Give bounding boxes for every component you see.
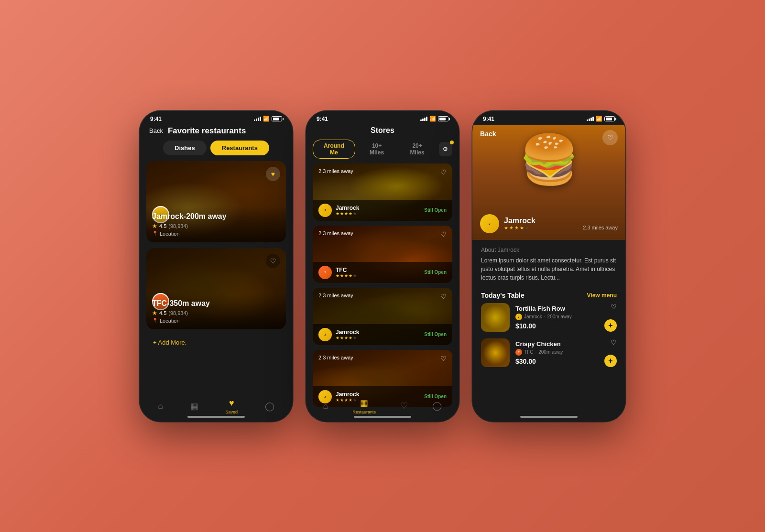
restaurant-card-jamrock[interactable]: ♥ J Jamrock-200m away ★ 4.5 (98,934) 📍 [146,161,286,242]
menu-item-tortilla[interactable]: ♡ Tortilla Fish Row J Jamrock · 200m awa… [481,303,617,332]
tortilla-price: $10.00 [515,322,617,330]
back-button-3[interactable]: Back [480,130,496,138]
add-chicken-button[interactable]: + [604,355,617,367]
page-title-1: Favorite restaurants [168,126,246,136]
wifi-icon-1: 📶 [263,116,270,122]
nav-restaurants-2[interactable]: ▦ Restaurants [353,398,376,414]
jamrock-review-count: (98,934) [168,223,188,229]
status-bar-3: 9:41 📶 [472,111,625,124]
back-button-1[interactable]: Back [149,127,163,134]
tab-dishes[interactable]: Dishes [163,141,207,155]
notch-1 [187,111,245,124]
add-tortilla-button[interactable]: + [604,319,617,332]
tfc-heart-icon[interactable]: ♡ [266,254,280,268]
restaurant-list[interactable]: ♥ J Jamrock-200m away ★ 4.5 (98,934) 📍 [140,161,293,422]
store1-heart-icon[interactable]: ♡ [440,168,447,176]
jamrock-rating-row: ★ 4.5 (98,934) [152,223,280,229]
store1-distance: 2.3 miles away [318,168,353,174]
store-list[interactable]: 2.3 miles away ♡ J Jamrock ★ ★ ★ [306,163,459,422]
nav-saved-1[interactable]: ♥ Saved [225,398,238,414]
filter-settings-button[interactable]: ⚙ [439,142,452,156]
nav-home-2[interactable]: ⌂ [323,401,328,411]
bottom-nav-2: ⌂ ▦ Restaurants ♡ ◯ [306,398,459,414]
restaurant-favorite-button[interactable]: ♡ [602,130,618,145]
time-2: 9:41 [317,116,328,122]
home-icon-2: ⌂ [323,401,328,411]
tortilla-heart-icon[interactable]: ♡ [611,303,617,311]
store3-name: Jamrock [336,329,359,336]
phones-container: 9:41 📶 Back Favorite restaurants [140,111,625,422]
about-text: Lorem ipsum dolor sit amet consectetur. … [481,256,617,282]
tfc-location-text: Location [160,318,180,324]
phone2-content: Stores Around Me 10+ Miles 20+ Miles ⚙ 2… [306,124,459,422]
bottom-nav-1: ⌂ ▦ ♥ Saved ◯ [140,398,293,414]
battery-icon-2 [438,116,448,121]
nav-home-1[interactable]: ⌂ [158,401,163,411]
star-icon: ★ [152,223,157,229]
nav-grid-1[interactable]: ▦ [190,401,198,412]
tfc-location: 📍 Location [152,318,280,324]
about-section: About Jamrock Lorem ipsum dolor sit amet… [472,240,625,287]
filter-20miles[interactable]: 20+ Miles [398,140,436,158]
store-card-3[interactable]: 2.3 miles away ♡ J Jamrock ★ ★ ★ [313,288,452,345]
phone-1-favorites: 9:41 📶 Back Favorite restaurants [140,111,293,422]
store1-logo: J [318,204,332,217]
jamrock-heart-icon[interactable]: ♥ [266,167,280,181]
chicken-restaurant: TFC [524,349,533,355]
chicken-sub: T TFC · 200m away [515,349,617,356]
menu-item-chicken[interactable]: ♡ Crispy Chicken T TFC · 200m away $30.0… [481,338,617,367]
store-card-2[interactable]: 2.3 miles away ♡ T TFC ★ ★ ★ ★ [313,226,452,283]
tfc-rating-row: ★ 4.5 (98,934) [152,310,280,316]
store3-status: Still Open [424,332,447,337]
jamrock-location-text: Location [160,231,180,237]
store-card-1[interactable]: 2.3 miles away ♡ J Jamrock ★ ★ ★ [313,163,452,221]
filter-around-me[interactable]: Around Me [313,140,355,159]
nav-profile-2[interactable]: ◯ [432,401,442,411]
store2-heart-icon[interactable]: ♡ [440,230,447,238]
store4-heart-icon[interactable]: ♡ [440,355,447,362]
restaurant-hero: Back ♡ J Jamrock ★ ★ ★ ★ ★ [472,125,625,240]
filter-10miles[interactable]: 10+ Miles [358,140,395,158]
home-indicator-3 [520,416,578,418]
restaurant-detail-logo: J [480,214,499,233]
restaurant-card-tfc[interactable]: ♡ T TFC-350m away ★ 4.5 (98,934) 📍 [146,248,286,329]
store3-heart-icon[interactable]: ♡ [440,293,447,300]
jamrock-location: 📍 Location [152,231,280,237]
filter-notification-dot [450,141,454,144]
stores-page-title: Stores [306,124,459,140]
battery-icon-3 [604,116,615,121]
detail-star-2: ★ [509,225,514,230]
nav-profile-1[interactable]: ◯ [265,401,274,412]
notch-2 [354,111,411,124]
location-pin-icon-tfc: 📍 [152,318,158,323]
wifi-icon-3: 📶 [596,116,602,122]
tortilla-name: Tortilla Fish Row [515,305,617,312]
view-menu-button[interactable]: View menu [587,292,617,299]
crispy-chicken-image [481,338,510,367]
nav-saved-2[interactable]: ♡ [400,401,408,411]
grid-icon-2: ▦ [360,398,368,408]
person-icon: ◯ [265,401,274,412]
location-pin-icon: 📍 [152,231,158,236]
todays-table-title: Today's Table [481,292,525,299]
store1-bottom-info: J Jamrock ★ ★ ★ ★ ★ Still [313,200,452,221]
wifi-icon-2: 📶 [429,116,436,122]
tortilla-distance: 200m away [547,314,572,319]
store3-logo: J [318,328,332,341]
tab-restaurants[interactable]: Restaurants [210,141,269,155]
signal-icon-1 [254,117,261,121]
chicken-heart-icon[interactable]: ♡ [611,338,617,346]
signal-icon-2 [420,117,427,121]
store1-stars: ★ ★ ★ ★ ★ [336,211,359,216]
store4-distance: 2.3 miles away [318,355,353,360]
chicken-price: $30.00 [515,358,617,365]
add-more-button[interactable]: + Add More. [146,335,286,375]
heart-icon-nav: ♥ [229,398,234,408]
store3-distance: 2.3 miles away [318,293,353,298]
status-icons-1: 📶 [254,116,282,122]
status-icons-2: 📶 [420,116,448,122]
phone-2-stores: 9:41 📶 Stores Around Me 10+ Mil [306,111,459,422]
category-tabs: Dishes Restaurants [140,141,293,161]
store2-status: Still Open [424,270,447,275]
time-3: 9:41 [483,116,494,122]
